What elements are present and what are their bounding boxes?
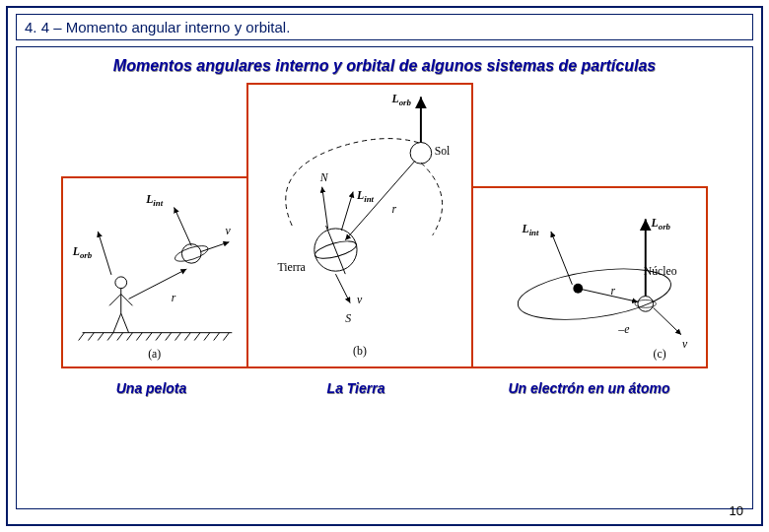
- subcaption-c: (c): [654, 348, 666, 361]
- figures-row: r v Lint Lorb: [27, 83, 742, 368]
- svg-line-41: [335, 274, 350, 302]
- figure-b: Sol Lorb r Tierra: [246, 83, 473, 368]
- svg-text:Lorb: Lorb: [72, 245, 93, 260]
- svg-line-21: [109, 295, 121, 306]
- svg-line-37: [322, 187, 328, 229]
- svg-text:Lorb: Lorb: [390, 92, 411, 107]
- svg-line-5: [117, 333, 123, 341]
- svg-line-1: [79, 333, 85, 341]
- label-r-b: r: [391, 202, 396, 216]
- svg-line-15: [214, 333, 220, 341]
- label-Lint-c: L: [522, 223, 529, 235]
- svg-line-23: [129, 269, 187, 299]
- svg-point-26: [174, 242, 210, 264]
- svg-line-16: [224, 333, 230, 341]
- svg-point-45: [638, 297, 654, 312]
- caption-b: La Tierra: [246, 380, 465, 396]
- label-Lorb-b: L: [390, 92, 398, 105]
- subcaption-a: (a): [148, 348, 161, 361]
- svg-line-4: [107, 333, 113, 341]
- svg-line-19: [113, 313, 121, 333]
- caption-c: Un electrón en un átomo: [465, 380, 713, 396]
- label-sol: Sol: [435, 144, 451, 158]
- label-nucleo: Núcleo: [644, 265, 677, 278]
- captions-row: Una pelota La Tierra Un electrón en un á…: [27, 380, 742, 396]
- svg-line-29: [98, 232, 111, 275]
- label-Lorb-sub-b: orb: [399, 98, 412, 107]
- svg-line-20: [121, 313, 129, 333]
- svg-line-36: [326, 226, 346, 274]
- svg-line-27: [175, 207, 192, 245]
- svg-text:Lint: Lint: [145, 194, 164, 209]
- svg-text:Lint: Lint: [522, 223, 540, 237]
- label-r-a: r: [172, 292, 176, 304]
- content-subtitle: Momentos angulares interno y orbital de …: [27, 57, 742, 75]
- label-Lorb-sub-c: orb: [659, 222, 671, 232]
- svg-line-6: [127, 333, 133, 341]
- svg-line-7: [136, 333, 142, 341]
- svg-line-10: [166, 333, 172, 341]
- label-N: N: [319, 170, 329, 184]
- label-Lint-a: L: [145, 194, 153, 207]
- svg-line-22: [121, 295, 133, 306]
- svg-line-25: [201, 242, 229, 252]
- caption-a: Una pelota: [56, 380, 246, 396]
- svg-line-13: [194, 333, 200, 341]
- figure-b-svg: Sol Lorb r Tierra: [248, 85, 471, 366]
- svg-text:Lorb: Lorb: [651, 217, 671, 232]
- page-number: 10: [730, 503, 743, 518]
- label-r-c: r: [611, 285, 616, 298]
- figure-c: Núcleo r –e Lint: [471, 186, 708, 368]
- label-Lint-sub-b: int: [364, 194, 374, 204]
- label-v-c: v: [682, 338, 688, 351]
- svg-point-17: [115, 277, 127, 289]
- label-Lorb-a: L: [72, 245, 80, 258]
- label-Lorb-c: L: [651, 217, 659, 230]
- label-tierra: Tierra: [277, 260, 306, 274]
- slide-outer-frame: 4. 4 – Momento angular interno y orbital…: [6, 6, 763, 526]
- svg-line-8: [146, 333, 152, 341]
- label-v-a: v: [225, 225, 231, 237]
- svg-line-34: [345, 161, 415, 240]
- figure-a-svg: r v Lint Lorb: [63, 178, 246, 366]
- label-Lint-b: L: [356, 188, 364, 202]
- svg-line-11: [175, 333, 181, 341]
- subcaption-b: (b): [353, 344, 367, 358]
- svg-point-43: [573, 284, 583, 294]
- label-Lint-sub-a: int: [153, 198, 163, 208]
- svg-line-9: [156, 333, 162, 341]
- label-e: –e: [617, 323, 629, 336]
- label-S: S: [345, 311, 351, 325]
- svg-line-47: [551, 232, 573, 285]
- svg-line-2: [88, 333, 94, 341]
- svg-line-44: [578, 289, 638, 302]
- figure-a: r v Lint Lorb: [61, 176, 248, 368]
- svg-line-39: [341, 192, 353, 231]
- svg-point-31: [410, 142, 432, 164]
- svg-line-14: [204, 333, 210, 341]
- figure-c-svg: Núcleo r –e Lint: [473, 188, 706, 366]
- section-title-box: 4. 4 – Momento angular interno y orbital…: [16, 14, 753, 40]
- label-Lint-sub-c: int: [529, 228, 539, 237]
- svg-line-12: [184, 333, 190, 341]
- svg-line-51: [654, 307, 681, 334]
- svg-line-3: [98, 333, 104, 341]
- label-v-b: v: [357, 293, 363, 306]
- label-Lorb-sub-a: orb: [80, 250, 93, 260]
- section-title: 4. 4 – Momento angular interno y orbital…: [25, 19, 290, 35]
- svg-point-24: [181, 244, 201, 264]
- content-frame: Momentos angulares interno y orbital de …: [16, 46, 753, 509]
- svg-text:Lint: Lint: [356, 188, 375, 204]
